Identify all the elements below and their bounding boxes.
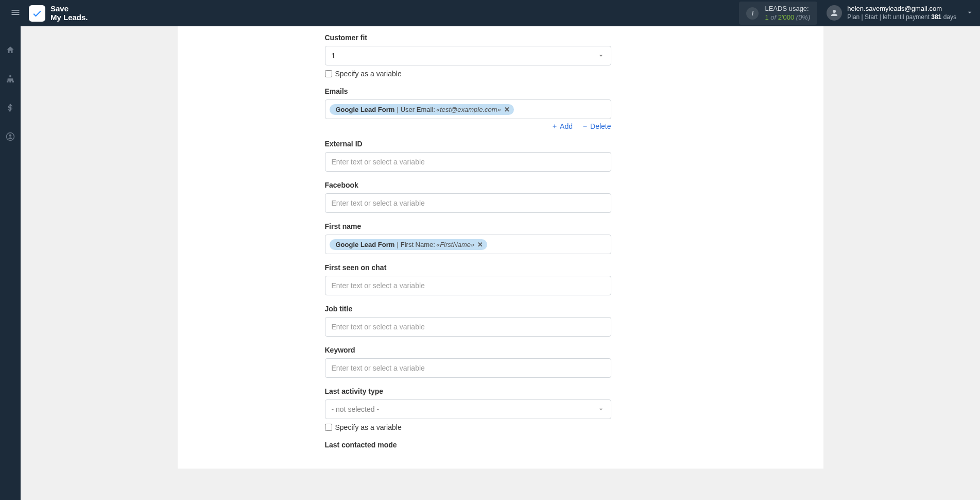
- checkbox-last-activity-variable[interactable]: Specify as a variable: [325, 423, 611, 431]
- usage-values: 1 of 2'000 (0%): [765, 13, 810, 22]
- form-card: Customer fit 1 Specify as a variable Ema…: [178, 26, 823, 469]
- hamburger-menu-icon[interactable]: [6, 3, 25, 24]
- usage-of: of: [770, 13, 776, 21]
- plan-mid: | left until payment: [880, 13, 930, 21]
- label-last-activity: Last activity type: [325, 387, 611, 395]
- field-job-title: Job title: [325, 305, 611, 337]
- token-remove-icon[interactable]: ✕: [504, 106, 510, 113]
- input-facebook[interactable]: [325, 193, 611, 213]
- sidebar-profile-icon[interactable]: [0, 127, 21, 146]
- label-emails: Emails: [325, 87, 611, 95]
- sidebar-billing-icon[interactable]: [0, 98, 21, 117]
- token-field: First Name:: [401, 241, 435, 248]
- add-email-link[interactable]: Add: [552, 122, 573, 130]
- plan-days-suffix: days: [943, 13, 956, 21]
- checkbox-customer-fit-variable[interactable]: Specify as a variable: [325, 70, 611, 78]
- plan-prefix: Plan |: [847, 13, 863, 21]
- input-emails[interactable]: Google Lead Form | User Email: «test@exa…: [325, 99, 611, 119]
- usage-current: 1: [765, 13, 768, 21]
- chevron-down-icon: [597, 52, 605, 59]
- token-value: «test@example.com»: [436, 106, 501, 113]
- label-customer-fit: Customer fit: [325, 34, 611, 42]
- plus-icon: [552, 123, 558, 129]
- token-value: «FirstName»: [436, 241, 474, 248]
- token-sep: |: [397, 106, 398, 113]
- sidebar-nav: [0, 26, 21, 500]
- field-facebook: Facebook: [325, 181, 611, 213]
- field-emails: Emails Google Lead Form | User Email: «t…: [325, 87, 611, 130]
- label-first-name: First name: [325, 222, 611, 230]
- usage-pct: (0%): [796, 13, 810, 21]
- select-value: - not selected -: [332, 405, 380, 413]
- avatar-icon: [827, 5, 842, 21]
- input-keyword[interactable]: [325, 358, 611, 378]
- label-last-contacted: Last contacted mode: [325, 441, 611, 449]
- label-external-id: External ID: [325, 140, 611, 148]
- logo-line2: My Leads.: [50, 13, 88, 22]
- token-source: Google Lead Form: [336, 241, 395, 248]
- checkbox-label: Specify as a variable: [335, 70, 402, 78]
- emails-actions: Add Delete: [325, 122, 611, 130]
- token-sep: |: [397, 241, 398, 248]
- user-plan: Plan | Start | left until payment 381 da…: [847, 13, 956, 22]
- token-source: Google Lead Form: [336, 106, 395, 113]
- sidebar-sitemap-icon[interactable]: [0, 70, 21, 88]
- plan-name: Start: [865, 13, 878, 21]
- input-external-id[interactable]: [325, 152, 611, 172]
- svg-rect-1: [10, 75, 11, 77]
- token-remove-icon[interactable]: ✕: [477, 241, 483, 248]
- token-first-name: Google Lead Form | First Name: «FirstNam…: [330, 239, 488, 250]
- svg-point-0: [833, 10, 836, 13]
- svg-rect-4: [12, 81, 14, 82]
- delete-email-link[interactable]: Delete: [582, 122, 611, 130]
- user-email: helen.savemyleads@gmail.com: [847, 5, 956, 13]
- svg-point-6: [9, 135, 12, 137]
- checkbox-input[interactable]: [325, 424, 332, 431]
- select-customer-fit[interactable]: 1: [325, 46, 611, 65]
- app-header: Save My Leads. i LEADS usage: 1 of 2'000…: [0, 0, 980, 26]
- select-value: 1: [332, 52, 336, 60]
- account-dropdown-icon[interactable]: [966, 8, 974, 19]
- label-keyword: Keyword: [325, 346, 611, 354]
- svg-rect-3: [10, 81, 11, 82]
- field-keyword: Keyword: [325, 346, 611, 378]
- label-job-title: Job title: [325, 305, 611, 313]
- label-first-seen: First seen on chat: [325, 263, 611, 272]
- chevron-down-icon: [597, 406, 605, 413]
- leads-usage-box: i LEADS usage: 1 of 2'000 (0%): [739, 2, 817, 25]
- label-facebook: Facebook: [325, 181, 611, 189]
- input-job-title[interactable]: [325, 317, 611, 337]
- content-area: Customer fit 1 Specify as a variable Ema…: [21, 26, 980, 500]
- input-first-seen[interactable]: [325, 276, 611, 295]
- user-account-box[interactable]: helen.savemyleads@gmail.com Plan | Start…: [827, 5, 956, 21]
- usage-total: 2'000: [778, 13, 794, 21]
- field-first-seen: First seen on chat: [325, 263, 611, 295]
- app-logo-icon: [29, 5, 45, 22]
- usage-text: LEADS usage: 1 of 2'000 (0%): [765, 5, 810, 22]
- sidebar-home-icon[interactable]: [0, 41, 21, 59]
- field-external-id: External ID: [325, 140, 611, 172]
- info-icon: i: [746, 7, 759, 20]
- plan-days-num: 381: [931, 13, 941, 21]
- field-first-name: First name Google Lead Form | First Name…: [325, 222, 611, 254]
- user-info: helen.savemyleads@gmail.com Plan | Start…: [847, 5, 956, 21]
- checkbox-input[interactable]: [325, 70, 332, 77]
- token-field: User Email:: [401, 106, 435, 113]
- usage-label: LEADS usage:: [765, 5, 810, 13]
- checkbox-label: Specify as a variable: [335, 423, 402, 431]
- field-customer-fit: Customer fit 1 Specify as a variable: [325, 34, 611, 78]
- app-logo-text: Save My Leads.: [50, 5, 88, 22]
- input-first-name[interactable]: Google Lead Form | First Name: «FirstNam…: [325, 235, 611, 254]
- add-label: Add: [560, 122, 573, 130]
- svg-rect-2: [7, 81, 8, 82]
- select-last-activity[interactable]: - not selected -: [325, 399, 611, 419]
- field-last-contacted: Last contacted mode: [325, 441, 611, 449]
- delete-label: Delete: [590, 122, 611, 130]
- field-last-activity: Last activity type - not selected - Spec…: [325, 387, 611, 431]
- minus-icon: [582, 123, 588, 129]
- token-email: Google Lead Form | User Email: «test@exa…: [330, 104, 514, 115]
- logo-line1: Save: [50, 5, 88, 13]
